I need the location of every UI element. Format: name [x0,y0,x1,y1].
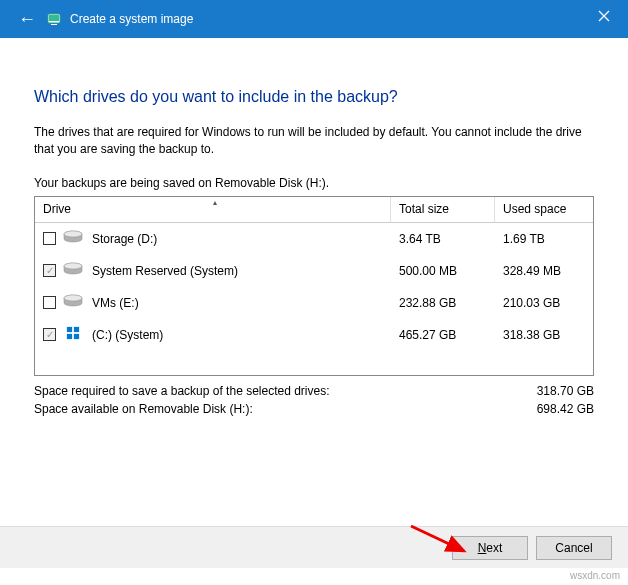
drive-checkbox[interactable] [43,296,56,309]
space-required-label: Space required to save a backup of the s… [34,384,330,398]
space-required-value: 318.70 GB [537,384,594,398]
drive-icon [62,262,92,279]
header-total[interactable]: Total size [391,197,495,222]
svg-rect-11 [67,327,72,332]
drive-used-space: 1.69 TB [495,223,593,255]
table-row[interactable]: Storage (D:)3.64 TB1.69 TB [35,223,593,255]
drive-checkbox: ✓ [43,328,56,341]
drive-used-space: 318.38 GB [495,319,593,351]
cancel-button[interactable]: Cancel [536,536,612,560]
svg-point-6 [64,231,82,237]
drive-total-size: 3.64 TB [391,223,495,255]
system-image-icon [46,11,62,27]
drive-icon [62,326,92,343]
titlebar: ← Create a system image [0,0,628,38]
page-heading: Which drives do you want to include in t… [34,88,594,106]
close-icon [598,10,610,22]
drive-name: VMs (E:) [92,296,139,310]
drive-table: Drive ▴ Total size Used space Storage (D… [34,196,594,376]
drive-total-size: 465.27 GB [391,319,495,351]
table-row[interactable]: ✓(C:) (System)465.27 GB318.38 GB [35,319,593,351]
table-row[interactable]: ✓System Reserved (System)500.00 MB328.49… [35,255,593,287]
drive-icon [62,230,92,247]
header-drive[interactable]: Drive ▴ [35,197,391,222]
svg-rect-2 [51,24,57,25]
content-area: Which drives do you want to include in t… [0,38,628,416]
table-row[interactable]: VMs (E:)232.88 GB210.03 GB [35,287,593,319]
svg-rect-14 [74,334,79,339]
header-drive-label: Drive [43,202,71,216]
close-button[interactable] [580,0,628,32]
drive-icon [62,294,92,311]
svg-rect-13 [67,334,72,339]
drive-total-size: 500.00 MB [391,255,495,287]
button-bar: Next Cancel [0,526,628,568]
sort-caret-icon: ▴ [213,198,217,207]
description-text: The drives that are required for Windows… [34,124,594,158]
svg-rect-1 [49,15,59,21]
window-title: Create a system image [70,12,193,26]
header-used[interactable]: Used space [495,197,593,222]
next-button[interactable]: Next [452,536,528,560]
saving-location-text: Your backups are being saved on Removabl… [34,176,594,190]
svg-point-10 [64,295,82,301]
drive-name: Storage (D:) [92,232,157,246]
drive-checkbox[interactable] [43,232,56,245]
back-arrow-icon[interactable]: ← [18,9,36,30]
drive-used-space: 210.03 GB [495,287,593,319]
drive-name: (C:) (System) [92,328,163,342]
drive-checkbox: ✓ [43,264,56,277]
table-header-row: Drive ▴ Total size Used space [35,197,593,223]
watermark: wsxdn.com [570,570,620,581]
space-available-value: 698.42 GB [537,402,594,416]
drive-name: System Reserved (System) [92,264,238,278]
svg-rect-12 [74,327,79,332]
drive-used-space: 328.49 MB [495,255,593,287]
drive-total-size: 232.88 GB [391,287,495,319]
svg-point-8 [64,263,82,269]
summary-section: Space required to save a backup of the s… [34,384,594,416]
space-available-label: Space available on Removable Disk (H:): [34,402,253,416]
